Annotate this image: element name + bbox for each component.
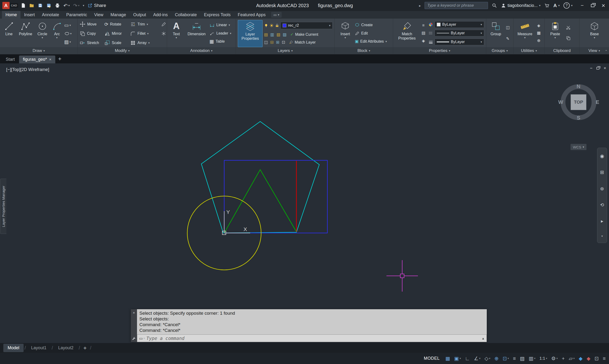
layer-freeze-icon[interactable]: ▧ [276,33,280,37]
match-properties-button[interactable]: Match Properties [395,20,419,47]
linear-button[interactable]: Linear▾ [209,22,234,28]
layer-dropdown[interactable]: rec_r2 ▾ [280,22,333,29]
panel-label-block[interactable]: Block▾ [335,47,393,54]
command-input[interactable] [146,336,480,341]
layout-tab-model[interactable]: Model [3,344,24,352]
object-snap-icon[interactable]: ⊡▾ [503,356,509,361]
quick-calc-icon[interactable]: ▦ [537,31,541,35]
table-button[interactable]: ▦Table [209,39,234,44]
graphics-performance-icon[interactable]: ◆ [579,356,583,361]
panel-label-groups[interactable]: Groups▾ [486,47,513,54]
tab-parametric[interactable]: Parametric [63,11,91,19]
panel-label-layers[interactable]: Layers▾ [236,47,335,54]
command-close-icon[interactable]: × [133,311,135,315]
layer-state-icon[interactable]: ⊞ [276,40,279,44]
properties-list-icon[interactable]: ≡ [422,23,425,27]
trim-button[interactable]: Trim▾ [130,21,160,27]
viewcube-north[interactable]: N [577,83,580,90]
layer-unlock-icon[interactable]: ▨ [283,33,286,37]
cut-icon[interactable] [566,25,571,30]
share-button[interactable]: Share [88,3,106,8]
tab-insert[interactable]: Insert [21,11,38,19]
pentagon[interactable] [201,121,319,233]
create-block-button[interactable]: Create [355,23,391,27]
layer-on-bulb-icon[interactable] [264,23,268,28]
store-cart-button[interactable] [544,3,549,8]
polyline-button[interactable]: Polyline [17,20,34,47]
tab-addins[interactable]: Add-ins [150,11,171,19]
account-button[interactable]: tiagobonifacio... ▾ [501,3,540,8]
save-as-button[interactable] [46,3,52,8]
close-tab-icon[interactable]: × [49,57,52,62]
scale-button[interactable]: Scale [104,40,129,46]
line-button[interactable]: Line [2,20,16,47]
crosshair-pickbox[interactable] [400,274,404,278]
tab-express-tools[interactable]: Express Tools [200,11,234,19]
tab-collaborate[interactable]: Collaborate [171,11,200,19]
autodesk-access-button[interactable]: A▾ [553,3,559,8]
ortho-mode-icon[interactable]: ∟ [465,356,470,361]
ribbon-display-toggle[interactable]: ▭▾ [271,12,282,18]
lineweight-icon[interactable]: ≡ [513,356,516,361]
redo-button[interactable]: ↷▾ [73,3,79,8]
panel-label-modify[interactable]: Modify▾ [78,47,167,54]
drawing-canvas[interactable]: YX [0,63,609,343]
tab-output[interactable]: Output [130,11,150,19]
edit-attributes-button[interactable]: ▣Edit Attributes▾ [355,39,391,44]
panel-label-utilities[interactable]: Utilities▾ [513,47,544,54]
grid-icon[interactable]: ▦ [445,356,450,361]
properties-misc-icon[interactable]: ◈ [422,39,425,43]
model-space-toggle[interactable]: MODEL [424,356,440,361]
search-input[interactable] [425,2,488,9]
viewcube-east[interactable]: E [596,99,599,105]
search-expand-icon[interactable]: ▸ [419,4,421,7]
group-button[interactable]: Group [488,20,504,47]
group-edit-icon[interactable]: ✎ [506,37,509,41]
new-file-button[interactable] [21,3,26,8]
measure-button[interactable]: Measure ▾ [515,20,534,47]
layer-previous-icon[interactable]: ⊟ [270,40,273,44]
paste-button[interactable]: Paste ▾ [546,20,564,47]
viewport-controls-label[interactable]: [−][Top][2D Wireframe] [6,67,49,72]
layer-merge-icon[interactable]: ⊡ [282,40,285,44]
plot-button[interactable] [55,3,60,8]
panel-label-properties[interactable]: Properties▾ [393,47,486,54]
tray-icon[interactable]: ▱▾ [569,356,575,361]
quick-select-icon[interactable]: ◈ [537,24,540,28]
viewcube-west[interactable]: W [558,99,563,105]
copy-clip-icon[interactable] [566,36,571,40]
object-color-dropdown[interactable]: ByLayer▾ [435,21,484,28]
layer-properties-manager-tab[interactable]: Layer Properties Manager [0,179,6,234]
mirror-button[interactable]: Mirror [104,31,129,37]
customization-menu-icon[interactable]: ≡ [603,356,606,361]
selection-cycling-icon[interactable]: ▥▾ [529,356,535,361]
maximize-button[interactable] [591,4,595,7]
viewport-restore-icon[interactable] [596,67,599,69]
command-prompt-icon[interactable]: ▭▾ [139,336,145,341]
viewport-close-icon[interactable]: × [604,66,606,71]
wcs-dropdown[interactable]: WCS▾ [570,144,586,150]
object-snap-tracking-icon[interactable]: ⊕ [494,356,499,361]
steering-wheel-icon[interactable]: ◉ [600,153,604,159]
insert-button[interactable]: Insert ▾ [337,20,354,47]
stretch-button[interactable]: Stretch [79,40,104,46]
workspace-gear-icon[interactable]: ⚙▾ [551,356,558,361]
app-menu-button[interactable]: A CAD [2,2,18,9]
polar-tracking-icon[interactable]: ∠▾ [474,356,480,361]
ellipse-icon[interactable]: ▾ [64,32,76,36]
rotate-button[interactable]: ⟳Rotate [104,22,129,27]
layout-tab-layout2[interactable]: Layout2 [54,344,78,352]
layer-walk-icon[interactable]: ◫ [264,40,268,44]
isometric-drafting-icon[interactable]: ◇▾ [484,356,490,361]
layer-isolate-icon[interactable]: ▥ [270,33,274,37]
close-button[interactable]: × [602,2,605,9]
snap-mode-icon[interactable]: ▣▾ [454,356,461,361]
viewcube[interactable]: N S W E TOP WCS▾ [561,84,596,120]
viewcube-top-face[interactable]: TOP [571,94,586,110]
move-button[interactable]: Move [79,21,104,27]
layout-tab-layout1[interactable]: Layout1 [27,344,51,352]
layer-off-icon[interactable]: ▤ [264,33,268,37]
hatch-icon[interactable]: ▨▾ [64,39,76,44]
tab-featured-apps[interactable]: Featured Apps [234,11,269,19]
ungroup-icon[interactable]: ◫ [506,26,510,29]
